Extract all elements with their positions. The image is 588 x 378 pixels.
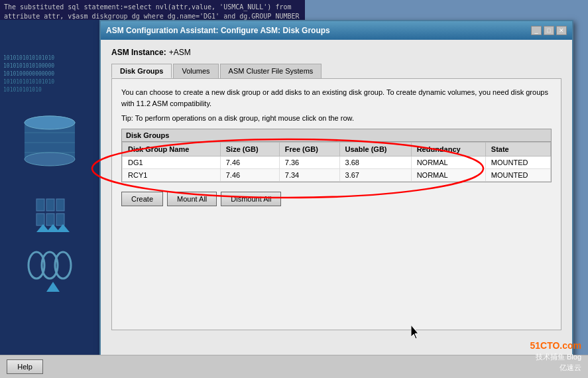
- dialog-titlebar: ASM Configuration Assistant: Configure A…: [101, 21, 572, 40]
- svg-text:1010100000000000: 1010100000000000: [3, 71, 54, 77]
- dialog-controls: _ □ ✕: [531, 26, 567, 35]
- svg-rect-14: [46, 199, 54, 211]
- dialog-title: ASM Configuration Assistant: Configure A…: [106, 26, 330, 35]
- row2-free: 7.34: [279, 169, 339, 182]
- table-header-row: Disk Group Name Size (GB) Free (GB) Usab…: [123, 143, 551, 157]
- row1-state: MOUNTED: [485, 157, 550, 169]
- dismount-all-button[interactable]: Dismount All: [221, 192, 281, 206]
- info-text: You can choose to create a new disk grou…: [121, 87, 552, 109]
- tab-asm-cluster[interactable]: ASM Cluster File Systems: [220, 64, 322, 78]
- help-button[interactable]: Help: [7, 359, 43, 374]
- col-header-size: Size (GB): [220, 143, 279, 157]
- svg-text:1010101010101010: 1010101010101010: [3, 79, 54, 85]
- watermark-line2: 亿速云: [530, 363, 581, 373]
- disk-groups-section: Disk Groups Disk Group Name Size (GB) Fr…: [121, 129, 552, 182]
- svg-rect-17: [46, 214, 54, 225]
- watermark-logo: 51CTO.com: [530, 340, 581, 353]
- close-button[interactable]: ✕: [556, 26, 567, 35]
- tip-text: Tip: To perform operations on a disk gro…: [121, 114, 552, 122]
- row1-free: 7.36: [279, 157, 339, 169]
- col-header-redundancy: Redundancy: [411, 143, 485, 157]
- row2-size: 7.46: [220, 169, 279, 182]
- asm-instance-value: +ASM: [169, 48, 191, 57]
- create-button[interactable]: Create: [121, 192, 163, 206]
- col-header-free: Free (GB): [279, 143, 339, 157]
- row1-size: 7.46: [220, 157, 279, 169]
- asm-instance-label: ASM Instance:: [111, 48, 166, 57]
- maximize-button[interactable]: □: [544, 26, 554, 35]
- table-row[interactable]: RCY1 7.46 7.34 3.67 NORMAL MOUNTED: [123, 169, 551, 182]
- row1-redundancy: NORMAL: [411, 157, 485, 169]
- disk-groups-title: Disk Groups: [122, 129, 551, 142]
- tab-bar: Disk Groups Volumes ASM Cluster File Sys…: [111, 64, 561, 78]
- watermark-line1: 技术捕鱼 Blog: [530, 352, 581, 362]
- bottom-buttons: Create Mount All Dismount All: [121, 192, 552, 206]
- row1-name: DG1: [123, 157, 221, 169]
- minimize-button[interactable]: _: [531, 26, 542, 35]
- row2-name: RCY1: [123, 169, 221, 182]
- main-dialog: ASM Configuration Assistant: Configure A…: [99, 20, 573, 365]
- tab-disk-groups[interactable]: Disk Groups: [111, 64, 172, 78]
- disk-table: Disk Group Name Size (GB) Free (GB) Usab…: [122, 142, 551, 182]
- table-row[interactable]: DG1 7.46 7.36 3.68 NORMAL MOUNTED: [123, 157, 551, 169]
- watermark: 51CTO.com 技术捕鱼 Blog 亿速云: [530, 340, 581, 373]
- svg-rect-13: [36, 199, 44, 211]
- row1-usable: 3.68: [339, 157, 411, 169]
- col-header-name: Disk Group Name: [123, 143, 221, 157]
- svg-point-8: [25, 153, 75, 166]
- asm-instance-row: ASM Instance: +ASM: [111, 48, 561, 57]
- left-sidebar: 1010101010101010 1010101010100000 101010…: [0, 20, 99, 365]
- svg-point-9: [25, 116, 75, 129]
- row2-usable: 3.67: [339, 169, 411, 182]
- svg-rect-16: [36, 214, 44, 225]
- help-bar: Help: [0, 355, 588, 378]
- row2-state: MOUNTED: [485, 169, 550, 182]
- col-header-usable: Usable (GB): [339, 143, 411, 157]
- oval-wrapper: Disk Group Name Size (GB) Free (GB) Usab…: [122, 142, 551, 182]
- mount-all-button[interactable]: Mount All: [167, 192, 217, 206]
- tab-volumes[interactable]: Volumes: [173, 64, 218, 78]
- svg-text:1010101010100000: 1010101010100000: [3, 63, 54, 69]
- svg-text:101010101010: 101010101010: [3, 87, 42, 93]
- svg-rect-15: [56, 199, 64, 211]
- tab-panel: You can choose to create a new disk grou…: [111, 78, 561, 330]
- dialog-content: ASM Instance: +ASM Disk Groups Volumes A…: [101, 40, 572, 338]
- svg-rect-18: [56, 214, 64, 225]
- row2-redundancy: NORMAL: [411, 169, 485, 182]
- svg-text:1010101010101010: 1010101010101010: [3, 55, 54, 61]
- col-header-state: State: [485, 143, 550, 157]
- sql-text: The substituted sql statement:=select nv…: [4, 3, 300, 20]
